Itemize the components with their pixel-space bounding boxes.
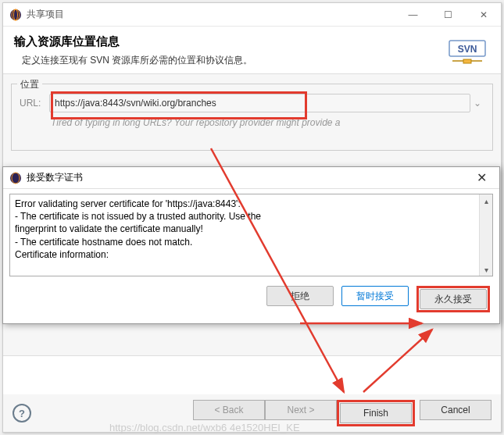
cert-line: Certificate information: [15, 248, 478, 261]
svg-text:SVN: SVN [458, 44, 477, 55]
cert-line: - The certificate is not issued by a tru… [15, 210, 478, 223]
annotation-box-finish: Finish [337, 400, 415, 426]
help-button[interactable]: ? [13, 404, 31, 423]
location-group: 位置 URL: ⌄ Tired of typing in long URLs? … [11, 84, 493, 151]
scroll-down-icon[interactable]: ▾ [480, 263, 492, 276]
watermark-text: https://blog.csdn.net/wxb6 4e1520HEI_KE [109, 422, 300, 433]
dialog-titlebar: 接受数字证书 ✕ [3, 167, 499, 189]
accept-temp-button[interactable]: 暂时接受 [341, 286, 409, 306]
dialog-body: Error validating server certificate for … [9, 194, 493, 276]
scrollbar[interactable]: ▴ ▾ [479, 194, 492, 276]
scroll-up-icon[interactable]: ▴ [480, 194, 492, 207]
url-input[interactable] [49, 94, 470, 112]
eclipse-icon [9, 9, 22, 21]
cert-line: Error validating server certificate for … [15, 198, 478, 210]
cert-message: Error validating server certificate for … [15, 198, 478, 261]
cert-line: - The certificate hostname does not matc… [15, 236, 478, 248]
certificate-dialog: 接受数字证书 ✕ Error validating server certifi… [2, 166, 500, 324]
titlebar: 共享项目 — ☐ ✕ [3, 3, 501, 27]
page-title: 输入资源库位置信息 [14, 34, 490, 49]
close-button[interactable]: ✕ [466, 3, 501, 27]
reject-button[interactable]: 拒绝 [266, 286, 334, 306]
eclipse-icon [9, 172, 22, 184]
dialog-title: 接受数字证书 [27, 171, 83, 184]
minimize-button[interactable]: — [395, 3, 431, 27]
next-button[interactable]: Next > [265, 400, 337, 420]
dialog-close-button[interactable]: ✕ [470, 170, 493, 185]
window-controls: — ☐ ✕ [395, 3, 501, 27]
url-label: URL: [20, 98, 49, 109]
location-legend: 位置 [17, 78, 42, 91]
dialog-buttons: 拒绝 暂时接受 永久接受 [3, 278, 499, 319]
cancel-button[interactable]: Cancel [420, 400, 491, 420]
back-button[interactable]: < Back [193, 400, 265, 420]
cert-line: fingerprint to validate the certificate … [15, 223, 478, 235]
svn-logo-icon: SVN [448, 39, 487, 66]
url-hint: Tired of typing in long URLs? Your repos… [51, 117, 484, 128]
window-title: 共享项目 [27, 8, 64, 21]
maximize-button[interactable]: ☐ [431, 3, 466, 27]
url-row: URL: ⌄ [20, 94, 484, 112]
annotation-box-permanent: 永久接受 [416, 286, 490, 312]
finish-button[interactable]: Finish [340, 403, 412, 423]
wizard-header: 输入资源库位置信息 定义连接至现有 SVN 资源库所必需的位置和协议信息。 SV… [3, 27, 501, 73]
dropdown-icon[interactable]: ⌄ [470, 98, 484, 109]
page-description: 定义连接至现有 SVN 资源库所必需的位置和协议信息。 [22, 54, 490, 67]
accept-perm-button[interactable]: 永久接受 [420, 289, 487, 309]
svg-rect-5 [463, 59, 471, 63]
